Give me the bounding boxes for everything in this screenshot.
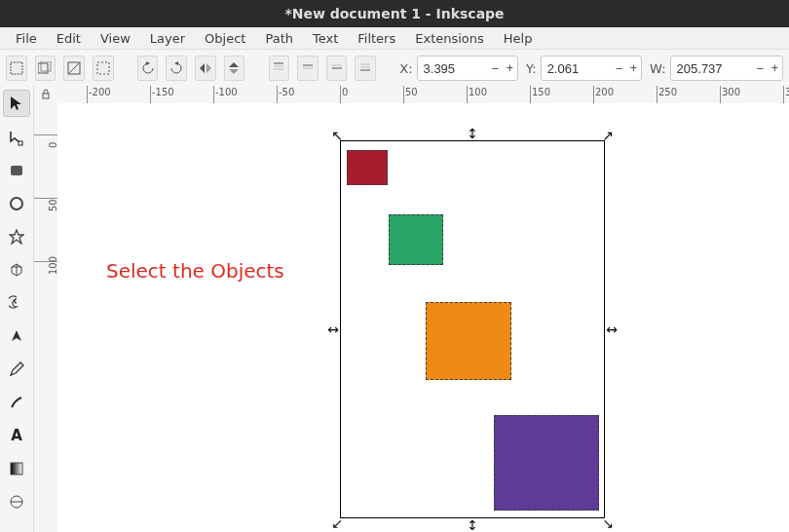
window-titlebar: *New document 1 - Inkscape (0, 0, 789, 27)
handle-sw[interactable]: ↙ (331, 517, 343, 529)
w-input[interactable]: −+ (670, 56, 783, 81)
handle-ne[interactable]: ↗ (602, 130, 614, 141)
svg-marker-10 (229, 62, 239, 67)
calligraphy-tool[interactable] (4, 390, 29, 415)
canvas-area: -200-150-100-50050100150200250300350 050… (34, 86, 789, 532)
y-label: Y: (526, 61, 537, 76)
tweak-tool[interactable] (4, 489, 29, 514)
ruler-horizontal[interactable]: -200-150-100-50050100150200250300350 (57, 86, 789, 104)
x-dec-button[interactable]: − (488, 61, 503, 75)
node-tool[interactable] (4, 125, 29, 150)
select-all-layers-icon[interactable] (35, 56, 56, 81)
lower-icon[interactable] (326, 56, 348, 81)
toolbox: A (0, 86, 34, 532)
handle-s[interactable]: ↕ (467, 519, 478, 531)
raise-icon[interactable] (297, 56, 319, 81)
menu-text[interactable]: Text (303, 28, 348, 49)
y-input[interactable]: −+ (541, 56, 642, 81)
pen-tool[interactable] (4, 323, 29, 349)
lock-guides-icon[interactable] (34, 86, 58, 104)
square-red[interactable] (347, 150, 388, 185)
toggle-bbox-icon[interactable] (93, 56, 114, 81)
canvas[interactable]: Select the Objects ↖ ↕ ↗ ↔ ↔ ↙ ↕ ↘ (57, 103, 789, 532)
menu-edit[interactable]: Edit (47, 28, 91, 49)
handle-n[interactable]: ↕ (467, 128, 478, 139)
square-green[interactable] (389, 214, 443, 265)
menu-extensions[interactable]: Extensions (405, 28, 494, 49)
handle-w[interactable]: ↔ (327, 323, 339, 335)
menu-filters[interactable]: Filters (348, 28, 405, 49)
y-value[interactable] (542, 61, 612, 76)
deselect-icon[interactable] (63, 56, 85, 81)
window-title: *New document 1 - Inkscape (284, 6, 504, 21)
spiral-tool[interactable] (4, 290, 29, 316)
x-inc-button[interactable]: + (503, 61, 517, 75)
w-value[interactable] (671, 61, 753, 76)
rotate-cw-icon[interactable] (166, 56, 187, 81)
lower-bottom-icon[interactable] (355, 56, 376, 81)
menu-layer[interactable]: Layer (140, 28, 195, 49)
circle-tool[interactable] (4, 191, 29, 216)
x-value[interactable] (418, 61, 488, 76)
svg-marker-7 (174, 61, 178, 65)
svg-rect-26 (11, 463, 22, 475)
rectangle-tool[interactable] (4, 158, 29, 183)
selector-tool[interactable] (3, 90, 30, 117)
y-dec-button[interactable]: − (612, 61, 626, 75)
handle-nw[interactable]: ↖ (331, 130, 343, 141)
x-label: X: (399, 61, 412, 76)
svg-rect-0 (11, 62, 22, 74)
y-inc-button[interactable]: + (626, 61, 641, 75)
menubar: File Edit View Layer Object Path Text Fi… (0, 27, 789, 50)
tool-controls-bar: X: −+ Y: −+ W: −+ (0, 50, 789, 88)
handle-se[interactable]: ↘ (602, 517, 614, 529)
square-orange[interactable] (426, 302, 511, 380)
pencil-tool[interactable] (4, 357, 29, 382)
w-dec-button[interactable]: − (753, 61, 768, 75)
ruler-vertical[interactable]: 050100 (34, 103, 58, 532)
menu-file[interactable]: File (6, 28, 47, 49)
square-purple[interactable] (494, 415, 599, 511)
menu-path[interactable]: Path (255, 28, 303, 49)
svg-line-4 (69, 63, 79, 73)
flip-v-icon[interactable] (224, 56, 245, 81)
menu-help[interactable]: Help (494, 28, 543, 49)
svg-marker-25 (10, 230, 23, 244)
text-tool[interactable]: A (4, 423, 29, 448)
svg-marker-11 (229, 69, 239, 74)
svg-rect-22 (19, 141, 22, 145)
flip-h-icon[interactable] (195, 56, 216, 81)
svg-rect-23 (11, 166, 22, 175)
handle-e[interactable]: ↔ (606, 323, 618, 335)
star-tool[interactable] (4, 224, 29, 249)
3dbox-tool[interactable] (4, 257, 29, 283)
menu-view[interactable]: View (91, 28, 140, 49)
w-label: W: (650, 61, 665, 76)
menu-object[interactable]: Object (195, 28, 255, 49)
rotate-ccw-icon[interactable] (137, 56, 159, 81)
select-all-icon[interactable] (6, 56, 27, 81)
svg-point-24 (11, 198, 22, 209)
workarea: A -200-150-100-50050100150200250300350 0… (0, 86, 789, 532)
svg-marker-9 (207, 63, 211, 73)
w-inc-button[interactable]: + (768, 61, 782, 75)
svg-marker-6 (146, 61, 150, 65)
svg-marker-8 (200, 63, 205, 73)
x-input[interactable]: −+ (417, 56, 518, 81)
raise-top-icon[interactable] (269, 56, 290, 81)
svg-rect-5 (97, 62, 109, 74)
svg-rect-27 (43, 94, 49, 98)
annotation-text: Select the Objects (106, 259, 284, 283)
gradient-tool[interactable] (4, 456, 29, 481)
